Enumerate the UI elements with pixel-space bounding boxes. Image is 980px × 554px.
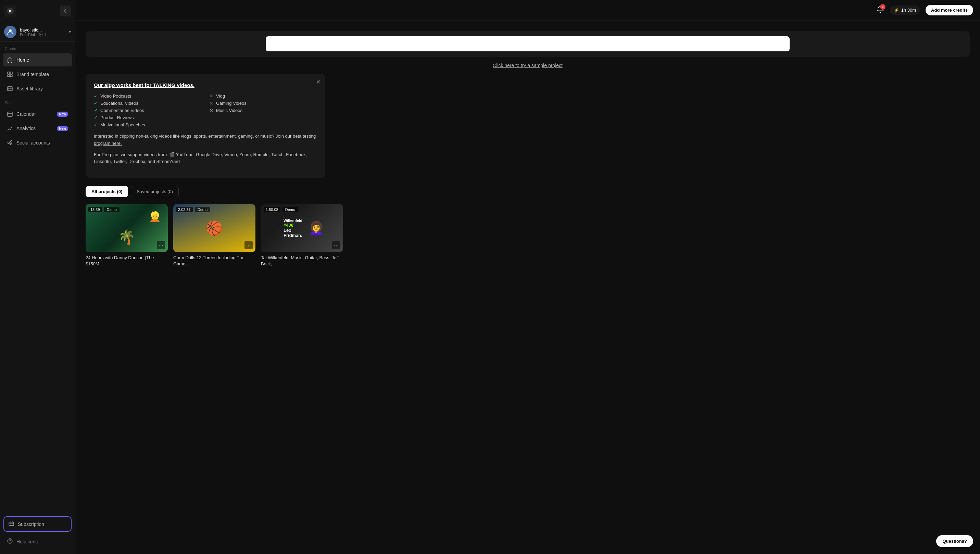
user-info: bayolistic... FreeTrial · 1 xyxy=(20,27,65,37)
svg-point-11 xyxy=(11,143,12,145)
chevron-down-icon: ▾ xyxy=(69,29,71,34)
sidebar-item-brand-template[interactable]: Brand template xyxy=(3,68,72,81)
svg-rect-3 xyxy=(8,72,10,74)
feature-item-gaming: ✕ Gaming Videos xyxy=(210,101,317,106)
check-icon-3: ✓ xyxy=(94,108,98,113)
sample-project-link[interactable]: Click here to try a sample project xyxy=(493,63,563,68)
add-credits-button[interactable]: Add more credits xyxy=(926,5,973,15)
user-name: bayolistic... xyxy=(20,27,65,32)
x-icon-3: ✕ xyxy=(210,108,213,113)
sidebar-top xyxy=(0,0,75,22)
time-remaining: ⚡ 1h 30m xyxy=(889,5,920,15)
svg-rect-6 xyxy=(10,75,12,77)
info-card: ✕ Our algo works best for TALKING videos… xyxy=(86,74,325,178)
video-duration-2: 2:02:37 xyxy=(176,207,193,212)
x-icon: ✕ xyxy=(210,94,213,99)
svg-rect-5 xyxy=(8,75,10,77)
sidebar-item-label-social: Social accounts xyxy=(16,140,50,145)
sidebar-item-label-home: Home xyxy=(16,57,29,63)
subscription-label: Subscription xyxy=(18,522,44,527)
video-options-1[interactable]: ⋯ xyxy=(157,241,165,249)
feature-item-music: ✕ Music Videos xyxy=(210,108,317,113)
tab-all-projects[interactable]: All projects (0) xyxy=(86,186,128,197)
user-menu[interactable]: bayolistic... FreeTrial · 1 ▾ xyxy=(0,22,75,42)
header: 3 ⚡ 1h 30m Add more credits xyxy=(75,0,980,21)
svg-rect-4 xyxy=(10,72,12,74)
feature-item-motivational: ✓ Motivational Speeches xyxy=(94,122,201,127)
user-plan: FreeTrial · 1 xyxy=(20,32,65,37)
upload-container xyxy=(86,31,970,57)
video-card-1[interactable]: 🌴 👱 13:39 Demo ⋯ 24 Hours with Danny Dun… xyxy=(86,204,168,267)
help-center-item[interactable]: Help center xyxy=(0,535,75,549)
asset-icon xyxy=(7,86,13,92)
video-duration-1: 13:39 xyxy=(88,207,102,212)
sample-link[interactable]: Click here to try a sample project xyxy=(86,62,970,68)
sidebar-item-calendar[interactable]: Calendar New xyxy=(3,108,72,121)
video-title-2: Curry Drills 12 Threes Including The Gam… xyxy=(173,255,255,267)
feature-item-podcasts: ✓ Video Podcasts xyxy=(94,94,201,99)
subscription-icon xyxy=(8,521,14,528)
pro-plan-text: For Pro plan, we support videos from: 🎬 … xyxy=(94,151,317,166)
video-card-2[interactable]: 🏀 2:02:37 Demo ⋯ Curry Drills 12 Threes … xyxy=(173,204,255,267)
lightning-icon: ⚡ xyxy=(894,8,899,13)
avatar xyxy=(4,25,16,38)
sidebar: bayolistic... FreeTrial · 1 ▾ Create Hom… xyxy=(0,0,75,554)
feature-item-vlog: ✕ Vlog xyxy=(210,94,317,99)
video-options-2[interactable]: ⋯ xyxy=(245,241,253,249)
sidebar-item-social-accounts[interactable]: Social accounts xyxy=(3,136,72,149)
video-demo-badge-3: Demo xyxy=(283,207,298,212)
tab-saved-projects[interactable]: Saved projects (0) xyxy=(131,186,179,197)
page-content: Click here to try a sample project ✕ Our… xyxy=(86,31,970,267)
svg-point-9 xyxy=(8,142,10,144)
x-icon-2: ✕ xyxy=(210,101,213,106)
notification-count: 3 xyxy=(880,4,886,10)
tabs-row: All projects (0) Saved projects (0) xyxy=(86,186,970,197)
sidebar-bottom: Subscription Help center xyxy=(0,514,75,554)
video-thumbnail-3: Wilkenfeld #408 Lex Fridman. 👩‍🦱 1:50:08… xyxy=(261,204,343,252)
svg-rect-12 xyxy=(9,522,14,525)
notifications-button[interactable]: 3 xyxy=(877,5,884,15)
sidebar-item-asset-library[interactable]: Asset library xyxy=(3,82,72,95)
video-meta-1: 13:39 Demo xyxy=(88,207,119,212)
post-label: Post xyxy=(0,96,75,107)
video-demo-badge-2: Demo xyxy=(195,207,210,212)
video-demo-badge-1: Demo xyxy=(104,207,119,212)
main-content: Click here to try a sample project ✕ Our… xyxy=(75,0,980,554)
video-card-3[interactable]: Wilkenfeld #408 Lex Fridman. 👩‍🦱 1:50:08… xyxy=(261,204,343,267)
video-grid: 🌴 👱 13:39 Demo ⋯ 24 Hours with Danny Dun… xyxy=(86,204,970,267)
feature-item-product: ✓ Product Reviews xyxy=(94,115,201,120)
social-icon xyxy=(7,140,13,146)
feature-item-commentaries: ✓ Commentaries Videos xyxy=(94,108,201,113)
home-icon xyxy=(7,57,13,63)
check-icon: ✓ xyxy=(94,94,98,99)
interest-text: Interested in clipping non-talking video… xyxy=(94,133,317,147)
collapse-sidebar-button[interactable] xyxy=(60,5,71,16)
info-card-close-button[interactable]: ✕ xyxy=(316,79,320,85)
check-icon-4: ✓ xyxy=(94,115,98,120)
create-label: Create xyxy=(0,42,75,53)
check-icon-5: ✓ xyxy=(94,122,98,127)
calendar-icon xyxy=(7,111,13,117)
video-thumbnail-2: 🏀 2:02:37 Demo ⋯ xyxy=(173,204,255,252)
video-meta-3: 1:50:08 Demo xyxy=(264,207,298,212)
svg-point-10 xyxy=(11,141,12,142)
svg-rect-8 xyxy=(8,112,12,116)
video-duration-3: 1:50:08 xyxy=(264,207,280,212)
check-icon-2: ✓ xyxy=(94,101,98,106)
analytics-new-badge: New xyxy=(57,126,68,131)
help-label: Help center xyxy=(16,539,41,544)
upload-input[interactable] xyxy=(266,36,790,51)
video-options-3[interactable]: ⋯ xyxy=(332,241,340,249)
sidebar-item-analytics[interactable]: Analytics New xyxy=(3,122,72,135)
sidebar-item-label-brand: Brand template xyxy=(16,72,49,77)
sidebar-item-label-analytics: Analytics xyxy=(16,126,36,131)
info-card-title: Our algo works best for TALKING videos. xyxy=(94,82,317,88)
sidebar-item-label-asset: Asset library xyxy=(16,86,43,91)
video-meta-2: 2:02:37 Demo xyxy=(176,207,210,212)
sidebar-item-label-calendar: Calendar xyxy=(16,111,36,117)
feature-list: ✓ Video Podcasts ✕ Vlog ✓ Educational Vi… xyxy=(94,94,317,127)
questions-button[interactable]: Questions? xyxy=(936,535,973,547)
subscription-button[interactable]: Subscription xyxy=(3,516,72,532)
logo-icon[interactable] xyxy=(4,5,16,17)
sidebar-item-home[interactable]: Home xyxy=(3,53,72,67)
